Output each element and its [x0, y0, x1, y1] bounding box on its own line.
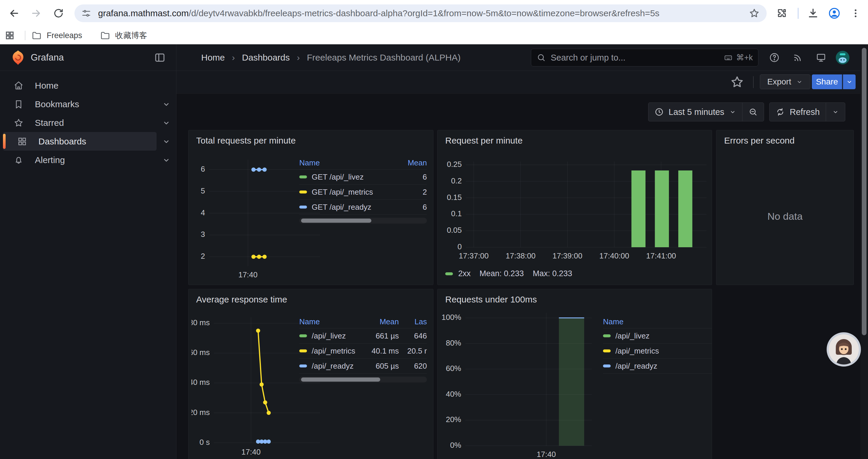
breadcrumb-item[interactable]: Dashboards	[242, 53, 290, 63]
chevron-down-icon	[832, 108, 839, 116]
legend-row[interactable]: /api/_livez661 µs646	[299, 328, 427, 343]
refresh-button[interactable]: Refresh	[770, 103, 826, 121]
series-value: 620	[399, 362, 427, 371]
panel-title[interactable]: Request per minute	[438, 130, 712, 145]
chevron-down-icon[interactable]	[162, 100, 171, 109]
svg-text:17:37:00: 17:37:00	[459, 251, 489, 260]
sidebar-item-bookmarks[interactable]: Bookmarks	[3, 95, 157, 113]
home-icon	[13, 80, 24, 91]
svg-text:17:38:00: 17:38:00	[505, 251, 535, 260]
sidebar-item-starred[interactable]: Starred	[3, 113, 157, 132]
news-rss-icon[interactable]	[790, 51, 805, 65]
url-text[interactable]: grafana.mathmast.com/d/deytv4rwavabkb/fr…	[98, 8, 748, 18]
panel-title[interactable]: Average response time	[188, 289, 433, 304]
menu-kebab-icon[interactable]	[847, 5, 864, 22]
panel-request-per-minute: Request per minute 0.250.20.150.10.05017…	[437, 130, 712, 285]
series-name[interactable]: /api/_livez	[615, 331, 650, 340]
legend-column-header[interactable]: Mean	[393, 158, 427, 167]
scrollbar-thumb[interactable]	[862, 48, 867, 335]
bookmark-folder[interactable]: 收藏博客	[100, 30, 147, 41]
legend-row[interactable]: /api/_readyz605 µs620	[299, 359, 427, 374]
legend-column-header[interactable]: Name	[299, 158, 393, 167]
series-swatch	[603, 364, 611, 367]
dock-menu-icon[interactable]	[154, 52, 166, 64]
legend-column-header[interactable]: Name	[603, 317, 692, 326]
sidebar-item-dashboards[interactable]: Dashboards	[3, 132, 157, 151]
legend-scrollbar[interactable]	[299, 218, 427, 224]
bookmark-label: Freeleaps	[47, 31, 82, 40]
legend-row[interactable]: /api/_readyz100%	[603, 359, 712, 374]
share-button[interactable]: Share	[812, 74, 842, 89]
panel-legend-table: NameMeanGET /api/_livez6GET /api/_metric…	[299, 156, 427, 224]
reload-icon[interactable]	[49, 4, 68, 23]
scrollbar-thumb[interactable]	[301, 219, 371, 223]
svg-text:0.05: 0.05	[447, 226, 462, 234]
chart-plot[interactable]: 100%80%60%40%20%0%17:40	[440, 307, 597, 459]
series-name[interactable]: GET /api/_readyz	[312, 203, 371, 212]
legend-header: NameMean	[299, 156, 427, 169]
series-value: 40.1 ms	[362, 347, 399, 356]
bookmark-folder[interactable]: Freeleaps	[31, 30, 82, 41]
svg-text:2: 2	[201, 252, 205, 261]
forward-icon[interactable]	[27, 4, 45, 23]
sidebar-item-home[interactable]: Home	[3, 76, 157, 95]
downloads-icon[interactable]	[805, 5, 821, 22]
floating-avatar[interactable]	[826, 332, 862, 367]
user-avatar[interactable]	[836, 51, 850, 65]
chevron-down-icon[interactable]	[162, 119, 171, 127]
kiosk-monitor-icon[interactable]	[814, 51, 828, 65]
legend-row[interactable]: /api/_metrics40.1 ms20.5 r	[299, 343, 427, 359]
time-range-picker[interactable]: Last 5 minutes	[649, 103, 742, 121]
favorite-star-icon[interactable]	[730, 74, 745, 90]
chart-plot[interactable]: 0.250.20.150.10.05017:37:0017:38:0017:39…	[440, 147, 710, 266]
legend-column-header[interactable]: Name	[299, 317, 362, 326]
chevron-down-icon[interactable]	[162, 156, 171, 165]
panel-legend-table: NameLast */api/_livez100%/api/_metrics10…	[603, 315, 712, 374]
legend-row[interactable]: GET /api/_livez6	[299, 169, 427, 185]
search-input[interactable]: Search or jump to... ⌘+k	[531, 49, 758, 66]
site-settings-icon[interactable]	[81, 8, 92, 19]
svg-text:60%: 60%	[446, 364, 461, 373]
extensions-icon[interactable]	[773, 5, 790, 22]
profile-icon[interactable]	[826, 5, 843, 22]
scrollbar-thumb[interactable]	[301, 378, 380, 382]
series-name[interactable]: /api/_livez	[312, 331, 346, 340]
legend-column-header[interactable]: Mean	[362, 317, 399, 326]
grafana-logo-icon[interactable]	[10, 50, 26, 66]
series-name[interactable]: GET /api/_metrics	[312, 188, 373, 197]
legend-row[interactable]: /api/_metrics100%	[603, 343, 712, 359]
apps-grid-icon[interactable]	[5, 30, 15, 40]
address-bar[interactable]: grafana.mathmast.com/d/deytv4rwavabkb/fr…	[74, 4, 767, 22]
back-icon[interactable]	[5, 4, 24, 23]
bookmark-label: 收藏博客	[115, 30, 147, 41]
panel-title[interactable]: Requests under 100ms	[438, 289, 712, 304]
legend-scrollbar[interactable]	[299, 376, 427, 383]
sidebar-item-alerting[interactable]: Alerting	[3, 151, 157, 169]
time-range-controls: Last 5 minutes	[648, 102, 764, 121]
panel-title[interactable]: Errors per second	[716, 130, 854, 145]
panel-title[interactable]: Total requests per minute	[188, 130, 433, 145]
breadcrumb-item[interactable]: Freeleaps Metrics Dashboard (ALPHA)	[307, 53, 461, 63]
legend-row[interactable]: /api/_livez100%	[603, 328, 712, 343]
legend-column-header[interactable]: Last *	[692, 317, 712, 326]
zoom-out-button[interactable]	[742, 103, 764, 121]
svg-text:17:41:00: 17:41:00	[646, 251, 676, 260]
series-swatch	[445, 272, 453, 275]
chevron-down-icon[interactable]	[162, 137, 171, 146]
series-name[interactable]: /api/_metrics	[312, 347, 355, 356]
refresh-interval-dropdown[interactable]	[826, 103, 845, 121]
series-name[interactable]: 2xx	[458, 269, 471, 278]
bookmark-star-icon[interactable]	[748, 7, 760, 19]
series-name[interactable]: /api/_metrics	[615, 347, 659, 356]
legend-column-header[interactable]: Las	[399, 317, 427, 326]
share-dropdown-button[interactable]	[843, 74, 856, 89]
export-button[interactable]: Export	[760, 74, 810, 89]
series-name[interactable]: GET /api/_livez	[312, 172, 364, 182]
help-icon[interactable]	[767, 51, 781, 65]
breadcrumb-item[interactable]: Home	[201, 53, 225, 63]
series-name[interactable]: /api/_readyz	[615, 362, 657, 371]
series-name[interactable]: /api/_readyz	[312, 362, 354, 371]
legend-row[interactable]: GET /api/_readyz6	[299, 200, 427, 215]
legend-row[interactable]: GET /api/_metrics2	[299, 185, 427, 200]
svg-text:100%: 100%	[442, 313, 462, 322]
